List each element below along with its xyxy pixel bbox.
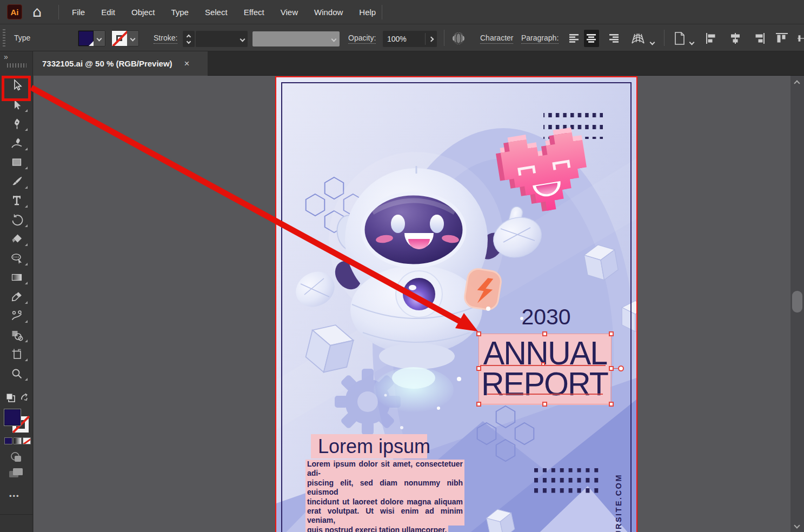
stroke-color-control[interactable] [111,30,139,46]
selection-handle-top-left[interactable] [476,331,481,336]
selection-handle-center[interactable] [541,362,545,366]
selection-handle-bottom-left[interactable] [476,402,481,407]
pen-tool[interactable] [0,114,33,133]
year-text[interactable]: 2030 [514,304,578,330]
tools-panel-grip[interactable] [7,63,26,68]
color-mode-button[interactable] [4,437,12,444]
shape-builder-tool[interactable] [0,325,33,344]
envelope-chevron-icon[interactable] [650,37,654,46]
align-text-left-button[interactable] [567,30,582,47]
menu-file[interactable]: File [72,8,85,17]
opacity-field[interactable]: 100% [383,31,437,47]
align-text-center-button[interactable] [584,30,599,47]
artboard[interactable]: 2030 ANNUAL REPORT Lorem ipsum [276,77,636,532]
type-tool[interactable] [0,191,33,210]
stroke-weight-field[interactable] [196,31,248,47]
fill-color-control[interactable] [78,30,105,46]
canvas[interactable]: 2030 ANNUAL REPORT Lorem ipsum [34,76,804,532]
menu-effect[interactable]: Effect [244,8,264,17]
selection-handle-middle-left[interactable] [476,366,481,371]
menu-edit[interactable]: Edit [101,8,115,17]
selection-handle-middle-right[interactable] [609,366,614,371]
divider [0,514,33,515]
document-chevron-icon[interactable] [690,37,694,46]
menu-type[interactable]: Type [171,8,189,17]
heading-text[interactable]: Lorem ipsum [318,434,430,459]
lasso-tool[interactable] [0,249,33,268]
zoom-tool[interactable] [0,364,33,383]
home-icon[interactable]: ⌂ [32,3,42,20]
body-line[interactable]: erat volutpat. Ut wisi enim ad minim ven… [305,507,464,526]
paintbrush-tool[interactable] [0,172,33,191]
align-top-button[interactable] [774,30,789,47]
selection-handle-top-center[interactable] [542,331,547,336]
body-line[interactable]: tincidunt ut laoreet dolore magna aliqua… [305,497,464,507]
rectangle-tool[interactable] [0,152,33,171]
opacity-expand-chevron-icon[interactable] [426,31,437,46]
align-vertical-center-button[interactable] [798,30,804,47]
tools-panel: » [0,51,33,532]
recolor-artwork-icon[interactable] [450,30,467,47]
vertical-scrollbar[interactable] [790,76,804,532]
make-envelope-icon[interactable] [629,30,647,47]
menu-window[interactable]: Window [314,8,343,17]
align-right-button[interactable] [751,30,766,47]
selection-handle-top-right[interactable] [609,331,614,336]
selection-handle-bottom-center[interactable] [542,402,547,407]
text-baseline [487,394,603,395]
shield-badge [463,268,503,311]
menu-view[interactable]: View [281,8,298,17]
eyedropper-tool[interactable] [0,287,33,306]
scroll-down-icon[interactable] [794,522,800,528]
menu-object[interactable]: Object [131,8,155,17]
selection-handle-bottom-right[interactable] [609,402,614,407]
swap-fill-stroke-icon[interactable] [19,393,29,404]
fill-dropdown-chevron-icon[interactable] [94,31,105,46]
scrollbar-thumb[interactable] [792,291,802,312]
context-label: Type [14,34,30,42]
none-mode-button[interactable] [23,437,31,444]
website-vertical-text[interactable]: YOURSITE.COM [614,442,625,532]
scroll-up-icon[interactable] [794,80,800,86]
align-text-right-button[interactable] [607,30,622,47]
default-fill-stroke-icon[interactable] [5,393,16,405]
app-logo-icon[interactable]: Ai [7,4,22,19]
panel-grip[interactable] [3,29,5,48]
stroke-weight-stepper[interactable] [183,31,195,47]
body-text-block[interactable]: Lorem ipsum dolor sit amet, consectetuer… [305,460,464,532]
body-line[interactable]: quis nostrud exerci tation ullamcorper. [305,526,448,532]
expand-panel-button[interactable]: » [4,52,8,61]
body-line[interactable]: piscing elit, sed diam nonummy nibh euis… [305,478,464,497]
rotate-handle[interactable] [618,365,624,371]
menu-select[interactable]: Select [205,8,228,17]
artboard-tool[interactable] [0,344,33,363]
screen-mode-icon[interactable] [8,467,24,482]
menubar: File Edit Object Type Select Effect View… [72,0,376,24]
stroke-label[interactable]: Stroke: [154,34,177,44]
menu-help[interactable]: Help [359,8,376,17]
body-line[interactable]: Lorem ipsum dolor sit amet, consectetuer… [305,460,464,478]
blend-tool[interactable] [0,306,33,325]
curvature-tool[interactable] [0,134,33,152]
opacity-value[interactable]: 100% [387,35,407,43]
stroke-dropdown-chevron-icon[interactable] [127,31,138,46]
fill-swatch[interactable] [4,409,21,425]
document-tab-title[interactable]: 7332105.ai @ 50 % (RGB/Preview) [34,59,172,68]
eraser-tool[interactable] [0,229,33,248]
character-label[interactable]: Character [480,34,513,44]
paragraph-label[interactable]: Paragraph: [521,34,559,44]
align-center-button[interactable] [728,30,743,47]
edit-toolbar-button[interactable]: ••• [9,492,20,500]
gradient-tool[interactable] [0,268,33,287]
stroke-swatch-none[interactable] [112,31,127,46]
tab-close-icon[interactable]: × [184,58,190,69]
opacity-label[interactable]: Opacity: [348,34,376,44]
divider [58,5,59,19]
title-report-text[interactable]: REPORT [481,367,609,401]
rotate-tool[interactable] [0,210,33,229]
align-left-button[interactable] [705,30,720,47]
document-setup-icon[interactable] [670,30,689,47]
document-tab[interactable]: 7332105.ai @ 50 % (RGB/Preview) × [34,51,208,76]
draw-mode-icon[interactable] [10,451,23,466]
gradient-mode-button[interactable] [14,437,22,444]
